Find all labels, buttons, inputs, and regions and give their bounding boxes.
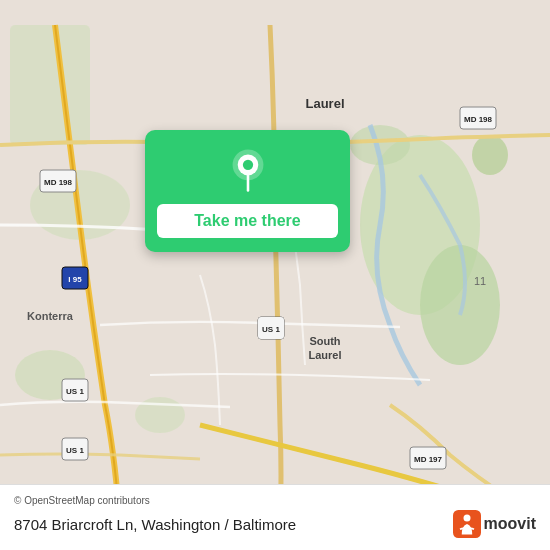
location-pin-icon <box>224 146 272 194</box>
svg-text:Laurel: Laurel <box>305 96 344 111</box>
location-row: 8704 Briarcroft Ln, Washington / Baltimo… <box>14 510 536 538</box>
svg-text:Laurel: Laurel <box>308 349 341 361</box>
svg-rect-4 <box>10 25 90 145</box>
svg-point-8 <box>472 135 508 175</box>
moovit-brand-text: moovit <box>484 515 536 533</box>
svg-text:US 1: US 1 <box>66 387 84 396</box>
svg-point-31 <box>242 160 252 170</box>
take-me-there-button[interactable]: Take me there <box>157 204 338 238</box>
svg-text:South: South <box>309 335 340 347</box>
map-background: US 1 US 1 US 1 MD 198 MD 198 MD 197 I 95… <box>0 0 550 550</box>
moovit-icon <box>453 510 481 538</box>
svg-text:US 1: US 1 <box>66 446 84 455</box>
bottom-bar: © OpenStreetMap contributors 8704 Briarc… <box>0 484 550 550</box>
svg-text:MD 198: MD 198 <box>464 115 493 124</box>
action-card: Take me there <box>145 130 350 252</box>
map-container: US 1 US 1 US 1 MD 198 MD 198 MD 197 I 95… <box>0 0 550 550</box>
moovit-logo: moovit <box>453 510 536 538</box>
svg-text:US 1: US 1 <box>262 325 280 334</box>
map-attribution: © OpenStreetMap contributors <box>14 495 536 506</box>
address-label: 8704 Briarcroft Ln, Washington / Baltimo… <box>14 516 296 533</box>
svg-point-2 <box>420 245 500 365</box>
svg-text:I 95: I 95 <box>68 275 82 284</box>
svg-point-33 <box>463 514 470 521</box>
svg-text:MD 198: MD 198 <box>44 178 73 187</box>
svg-text:11: 11 <box>474 275 486 287</box>
svg-text:Konterra: Konterra <box>27 310 74 322</box>
svg-text:MD 197: MD 197 <box>414 455 443 464</box>
